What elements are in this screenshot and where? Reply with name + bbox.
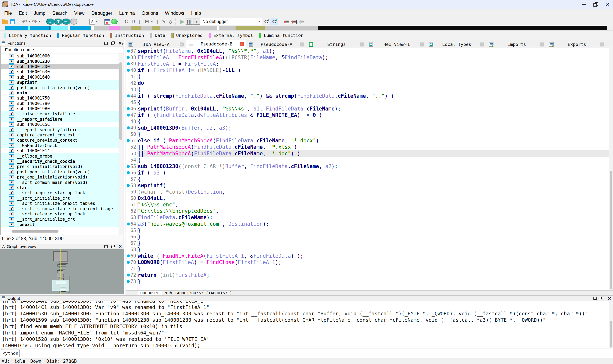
command-line-input[interactable] [20, 349, 611, 357]
code-line[interactable]: 41 { [126, 73, 609, 80]
function-row[interactable]: fcapture_previous_context [0, 138, 119, 143]
code-line[interactable]: 47 if ( (FindFileData.dwFileAttributes &… [126, 112, 609, 118]
function-row[interactable]: fsub_140001C5C [0, 122, 119, 127]
code-line[interactable]: 63 FindFileData.cFileName); [126, 214, 609, 221]
tab-close-icon[interactable]: × [420, 42, 424, 46]
function-row[interactable]: fswprintf [0, 80, 119, 85]
open-folder-icon[interactable] [1, 18, 9, 25]
attach-c-icon[interactable]: C [262, 18, 270, 25]
menu-item-help[interactable]: Help [188, 10, 204, 16]
dd-icon[interactable]: ▾ [150, 18, 154, 25]
code-line[interactable]: 73} [126, 278, 609, 285]
debugger-select[interactable]: No debugger▾ [200, 18, 262, 25]
function-row[interactable]: fstart [0, 185, 119, 190]
code-line[interactable]: 61 "%s\\%s.enc", [126, 201, 609, 208]
close-panel-icon[interactable] [607, 296, 611, 300]
save-icon[interactable] [9, 18, 16, 25]
goto-icon[interactable]: → [70, 19, 78, 25]
tab-scroll-left-icon[interactable] [120, 41, 125, 47]
scrollbar-thumb[interactable] [610, 321, 613, 348]
code-vertical-scrollbar[interactable] [609, 48, 613, 290]
back-icon[interactable]: ↶ [21, 18, 28, 25]
function-row[interactable]: f__report_gsfailure [0, 117, 119, 122]
make-code-icon[interactable]: C [123, 18, 130, 25]
graph-canvas[interactable] [0, 249, 124, 294]
function-row[interactable]: f__scrt_is_nonwritable_in_current_image [0, 206, 119, 211]
column-header-function-name[interactable]: Function name [0, 46, 123, 53]
code-line[interactable]: 72 return (int)FirstFileA; [126, 272, 609, 278]
tab-close-icon[interactable]: × [240, 42, 244, 46]
tab-close-icon[interactable]: × [600, 42, 604, 46]
functions-horizontal-scrollbar[interactable] [12, 230, 58, 233]
code-line[interactable]: 54 { [126, 157, 609, 163]
code-line[interactable]: 53 || PathMatchSpecA(FindFileData.cFileN… [126, 150, 609, 157]
lumina-view-icon[interactable]: ▤ [283, 18, 291, 25]
close-icon[interactable] [601, 0, 613, 9]
tab-close-icon[interactable]: × [540, 42, 544, 46]
function-row[interactable]: fsub_140001640 [0, 75, 119, 80]
play-icon[interactable]: ▶ [179, 18, 186, 25]
function-row[interactable]: f__scrt_acquire_startup_lock [0, 190, 119, 195]
continue-c-icon[interactable]: C [270, 18, 278, 25]
pseudocode-view[interactable]: 37 swprintf(FileName, 0x104uLL, "%s\\*.*… [126, 48, 609, 290]
hash-icon[interactable]: # [46, 19, 54, 25]
text-func-icon[interactable]: T [54, 19, 62, 25]
pause-icon[interactable]: ▌▌ [186, 19, 193, 25]
edit-pencil-icon[interactable]: ✎ [160, 18, 167, 25]
code-line[interactable]: 46 swprintf(Buffer, 0x104uLL, "%s\\%s", … [126, 105, 609, 112]
menu-item-options[interactable]: Options [138, 10, 162, 16]
text-a-icon[interactable]: A [89, 19, 95, 25]
function-row[interactable]: f__scrt_common_main_seh(void) [0, 180, 119, 185]
function-row[interactable]: fsub_140001750 [0, 95, 119, 101]
maximize-icon[interactable] [104, 245, 108, 248]
stop-icon[interactable]: ■ [193, 19, 200, 25]
patch-diamond-icon[interactable]: ◇ [167, 18, 174, 25]
tab-local-types[interactable]: Local Types× [426, 41, 486, 48]
function-row[interactable]: fmain [0, 90, 119, 95]
code-line[interactable]: 69 while ( FindNextFileA(FirstFileA_1, &… [126, 253, 609, 259]
code-line[interactable]: 62 "C:\\test\\EncryptedDocs", [126, 208, 609, 214]
function-row[interactable]: f__scrt_initialize_onexit_tables [0, 201, 119, 206]
tab-ida-view-a[interactable]: IDA View-A× [126, 41, 186, 48]
function-row[interactable]: f__scrt_uninitialize_crt [0, 217, 119, 222]
function-row[interactable]: fsub_1400017B0 [0, 101, 119, 106]
minimize-icon[interactable] [578, 0, 590, 9]
menu-item-file[interactable]: File [1, 10, 15, 16]
functions-vertical-scrollbar[interactable] [119, 53, 123, 235]
code-line[interactable]: 52 || PathMatchSpecA(FindFileData.cFileN… [126, 144, 609, 150]
code-line[interactable]: 60 0x104uLL, [126, 195, 609, 201]
tab-imports[interactable]: Imports× [486, 41, 546, 48]
code-line[interactable]: 37 swprintf(FileName, 0x104uLL, "%s\\*.*… [126, 48, 609, 54]
code-line[interactable]: 44 if ( strcmp(FindFileData.cFileName, "… [126, 93, 609, 99]
code-line[interactable]: 65 } [126, 227, 609, 234]
close-panel-icon[interactable] [118, 245, 122, 248]
function-row[interactable]: fsub_140001E14 [0, 148, 119, 153]
output-scrollbar[interactable] [609, 301, 613, 348]
make-unknown-icon[interactable]: [] [154, 18, 160, 25]
tab-close-icon[interactable]: × [480, 42, 484, 46]
function-row[interactable]: fcapture_current_context [0, 132, 119, 138]
tab-close-icon[interactable]: × [360, 42, 364, 46]
tab-pseudocode-a[interactable]: Pseudocode-A× [246, 41, 306, 48]
code-line[interactable]: 58 swprintf( [126, 182, 609, 189]
float-icon[interactable] [600, 296, 604, 300]
dd-icon[interactable]: ▾ [28, 18, 31, 25]
code-line[interactable]: 56 if ( a3 ) [126, 169, 609, 176]
menu-item-edit[interactable]: Edit [15, 10, 30, 16]
code-line[interactable]: 39 FirstFileA_1 = FirstFileA; [126, 61, 609, 67]
function-row[interactable]: fsub_140001230 [0, 59, 119, 64]
function-row[interactable]: fpost_pgo_initialization(void) [0, 169, 119, 175]
code-line[interactable]: 50 } [126, 131, 609, 137]
flag-icon[interactable] [104, 18, 110, 25]
tab-hex-view-1[interactable]: Hex View-1× [366, 41, 426, 48]
float-icon[interactable] [111, 245, 115, 248]
function-row[interactable]: fpost_pgo_initialization(void) [0, 85, 119, 90]
function-row[interactable]: fpre_c_initialization(void) [0, 164, 119, 169]
maximize-icon[interactable] [104, 41, 108, 45]
function-row[interactable]: fpre_cpp_initialization(void) [0, 175, 119, 180]
make-data-icon[interactable]: D [130, 18, 137, 25]
float-icon[interactable] [111, 41, 115, 45]
dd-icon[interactable]: ▾ [95, 18, 98, 25]
function-row[interactable]: f__report_securityfailure [0, 127, 119, 132]
function-row[interactable]: f__scrt_initialize_crt [0, 196, 119, 201]
